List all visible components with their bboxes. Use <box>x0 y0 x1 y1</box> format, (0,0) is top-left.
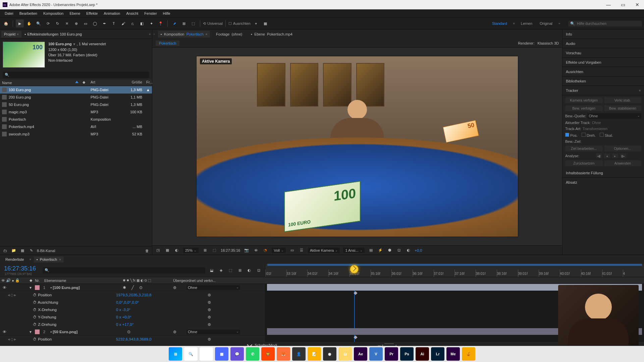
menu-animation[interactable]: Animation <box>101 11 123 16</box>
local-axis-icon[interactable]: ⬈ <box>170 19 178 27</box>
tab-renderliste[interactable]: Renderliste <box>3 256 27 262</box>
snap-edge-icon[interactable]: ▦ <box>261 19 269 27</box>
property-value[interactable]: 0 x +17,0° <box>116 322 133 326</box>
new-comp-icon[interactable]: ▦ <box>19 248 25 254</box>
mask-icon[interactable]: ◐ <box>174 247 180 253</box>
property-value[interactable]: 0 x +0,0° <box>116 315 131 319</box>
expression-pickwhip-icon[interactable]: ⊚ <box>208 293 211 297</box>
rect-tool[interactable]: ▭ <box>82 19 90 27</box>
erase-tool[interactable]: ◧ <box>138 19 146 27</box>
close-button[interactable]: ✕ <box>633 1 641 8</box>
renderer-value[interactable]: Klassisch 3D <box>537 41 559 45</box>
project-asset-row[interactable]: Pokertisch Komposition <box>0 116 152 123</box>
fast-draft-icon[interactable]: ⚡ <box>377 247 383 253</box>
pen-tool[interactable]: ✒ <box>100 19 108 27</box>
notes-app[interactable]: 📝 <box>308 347 321 361</box>
layer-switches[interactable]: ✱ ╱ ⊙ <box>123 285 173 290</box>
timeline-search-input[interactable] <box>51 268 203 273</box>
stopwatch-icon[interactable]: ⏱ <box>33 308 37 312</box>
trash-icon[interactable]: 🗑 <box>144 248 150 254</box>
always-preview-icon[interactable]: ◳ <box>155 247 161 253</box>
draft-3d-icon[interactable]: ◈ <box>217 267 225 274</box>
layer-switches[interactable]: ⊙ <box>123 329 173 334</box>
panel-bibliotheken[interactable]: Bibliotheken <box>562 76 644 86</box>
app-unknown-1[interactable]: 👤 <box>292 347 306 361</box>
parent-pickwhip-icon[interactable]: ⊚ <box>173 285 186 290</box>
resolution-dropdown[interactable]: Voll ⌄ <box>272 248 286 253</box>
pixel-aspect-icon[interactable]: ▤ <box>368 247 374 253</box>
search-help-input[interactable] <box>577 21 640 25</box>
composition-viewer[interactable]: Aktive Kamera <box>152 48 562 245</box>
panel-info[interactable]: Info <box>562 29 644 39</box>
tab-composition[interactable]: ▪ Komposition Pokertisch ≡ <box>158 31 210 38</box>
playhead[interactable] <box>350 265 358 273</box>
stopwatch-icon[interactable]: ⏱ <box>33 337 37 341</box>
expand-toggle[interactable]: ▾ <box>30 329 35 334</box>
after-effects-app[interactable]: Ae <box>354 347 367 361</box>
brush-tool[interactable]: 🖌 <box>119 19 127 27</box>
btn-apply[interactable]: Anwenden <box>604 160 642 166</box>
expression-pickwhip-icon[interactable]: ⊚ <box>208 307 211 312</box>
resolution-icon[interactable]: ⊞ <box>202 247 208 253</box>
prev-kf-icon[interactable]: ◂ <box>8 293 10 297</box>
next-kf-icon[interactable]: ▸ <box>14 293 16 297</box>
property-value[interactable]: 1979,5,2035,3,210,8 <box>116 293 152 297</box>
menu-ebene[interactable]: Ebene <box>67 11 83 16</box>
label-swatch[interactable] <box>35 285 40 290</box>
zoom-tool[interactable]: 🔍 <box>35 19 43 27</box>
render-icon[interactable]: ⊡ <box>396 247 402 253</box>
layer-row[interactable]: 👁 ▾ 2 ▪ [50 Euro.png] ⊙ ⊚ Ohne⌄ <box>0 328 265 336</box>
work-area-bar[interactable] <box>267 264 642 266</box>
selection-tool[interactable]: ▶ <box>16 19 24 27</box>
menu-bearbeiten[interactable]: Bearbeiten <box>17 11 40 16</box>
btn-reset[interactable]: Zurücksetzen <box>565 160 603 166</box>
views-dropdown[interactable]: 1 Ansi... ⌄ <box>343 248 364 253</box>
asset-menu-icon[interactable]: ▼ <box>73 43 76 46</box>
project-asset-row[interactable]: 50 Euro.png PNG-Datei 1,3 MB <box>0 101 152 108</box>
firefox-app[interactable]: 🦊 <box>277 347 290 361</box>
transparency-grid-icon[interactable]: ▦ <box>164 247 170 253</box>
project-asset-row[interactable]: 200 Euro.png PNG-Datei 1,1 MB <box>0 94 152 101</box>
camera-tool[interactable]: ⤧ <box>63 19 71 27</box>
snapping-toggle[interactable]: ⟲ Universal <box>203 21 223 26</box>
vegas-app[interactable]: V <box>369 347 383 361</box>
taskbar-search[interactable]: 🔍 <box>184 347 198 361</box>
stopwatch-icon[interactable]: ⏱ <box>33 300 37 304</box>
label-swatch[interactable] <box>35 329 40 334</box>
btn-options[interactable]: Optionen... <box>604 145 642 152</box>
panel-effects-presets[interactable]: Effekte und Vorgaben <box>562 58 644 67</box>
rotate-tool[interactable]: ↻ <box>53 19 61 27</box>
photoshop-app[interactable]: Ps <box>400 347 414 361</box>
tab-timeline-comp[interactable]: ▪ Pokertisch ≡ <box>34 256 64 262</box>
viewer-timecode[interactable]: 16:27:35:16 <box>221 248 240 252</box>
start-button[interactable]: ⊞ <box>169 347 182 361</box>
visibility-toggle[interactable]: 👁 <box>0 330 9 334</box>
tab-projekt[interactable]: Projekt ≡ <box>1 31 21 38</box>
project-search-input[interactable] <box>11 73 147 77</box>
workspace-original[interactable]: Original <box>538 20 554 27</box>
workspace-menu-icon[interactable]: ≡ <box>513 22 515 25</box>
widgets-button[interactable]: ▦ <box>215 347 228 361</box>
add-kf-icon[interactable]: ◇ <box>10 293 13 297</box>
btn-warp-stab[interactable]: Verkr.stab. <box>604 97 642 103</box>
align-toggle[interactable]: ☐ Ausrichten <box>228 21 251 26</box>
camera-dropdown[interactable]: Aktive Kamera ⌄ <box>308 248 340 253</box>
tab-layer[interactable]: ▪ Ebene Pokertisch.mp4 <box>248 31 295 38</box>
expand-toggle[interactable]: ▾ <box>30 285 35 290</box>
workspace-overflow-icon[interactable]: » <box>558 22 560 25</box>
menu-effekte[interactable]: Effekte <box>84 11 100 16</box>
workspace-lernen[interactable]: Lernen <box>520 20 534 27</box>
adjust-icon[interactable]: ✎ <box>28 248 34 254</box>
exposure-value[interactable]: +0,0 <box>415 248 422 252</box>
interpret-footage-icon[interactable]: 🗀 <box>2 248 8 254</box>
view-axis-icon[interactable]: ⬚ <box>189 19 197 27</box>
menu-hilfe[interactable]: Hilfe <box>160 11 173 16</box>
show-snapshot-icon[interactable]: 👁 <box>253 247 259 253</box>
col-label[interactable]: ◆ <box>80 79 89 86</box>
analyze-back[interactable]: ◂ <box>604 154 610 158</box>
menu-datei[interactable]: Datei <box>2 11 16 16</box>
expression-pickwhip-icon[interactable]: ⊚ <box>208 322 211 327</box>
project-asset-row[interactable]: Pokertisch.mp4 AVI ... MB <box>0 123 152 130</box>
app-unknown-2[interactable]: 🍯 <box>462 347 475 361</box>
hand-tool[interactable]: ✋ <box>25 19 33 27</box>
